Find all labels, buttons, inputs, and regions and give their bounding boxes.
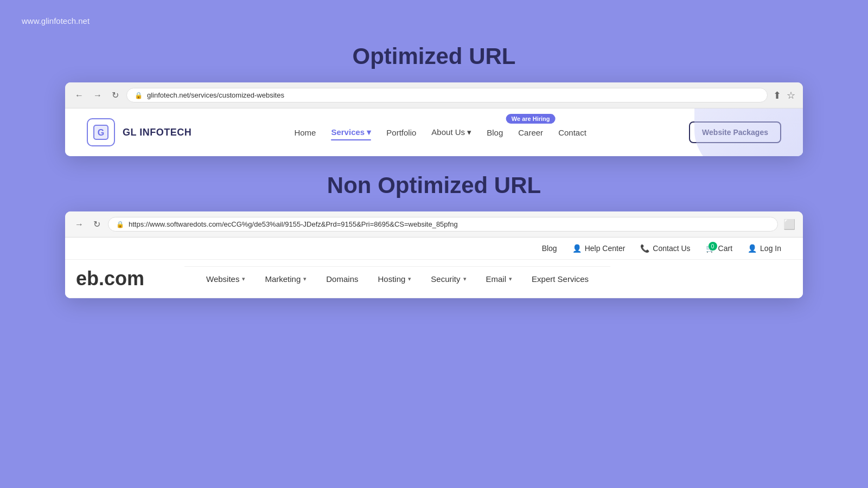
nav-contact[interactable]: Contact — [558, 128, 586, 137]
webcom-logo: eb.com — [76, 260, 184, 298]
webcom-logo-text: eb.com — [76, 267, 144, 290]
gl-logo-icon: G — [87, 118, 115, 146]
we-are-hiring-badge: We are Hiring — [506, 114, 556, 124]
back-button[interactable]: ← — [73, 91, 86, 100]
non-opt-address-bar[interactable]: 🔒 https://www.softwaredots.com/ecCG%g/de… — [108, 217, 778, 232]
gl-infotech-navbar: G GL INFOTECH Home Services ▾ Portfolio … — [65, 108, 803, 156]
nav-services[interactable]: Services ▾ — [331, 127, 371, 137]
email-chevron: ▾ — [509, 275, 512, 282]
non-opt-forward-button[interactable]: → — [73, 220, 86, 229]
webcom-contact-link[interactable]: 📞 Contact Us — [640, 244, 690, 253]
cart-icon: 🛒 0 — [706, 244, 715, 253]
webcom-help-link[interactable]: 👤 Help Center — [572, 244, 626, 253]
nav-portfolio[interactable]: Portfolio — [386, 128, 416, 137]
help-icon: 👤 — [572, 244, 582, 253]
watermark: www.glinfotech.net — [22, 16, 90, 25]
non-optimized-section: Non Optimized URL → ↻ 🔒 https://www.soft… — [65, 172, 803, 298]
optimized-browser-chrome: ← → ↻ 🔒 glinfotech.net/services/customiz… — [65, 82, 803, 108]
reload-button[interactable]: ↻ — [110, 90, 121, 100]
optimized-title: Optimized URL — [353, 43, 516, 69]
marketing-chevron: ▾ — [303, 275, 307, 282]
non-opt-lock-icon: 🔒 — [116, 221, 124, 228]
webcom-login-link[interactable]: 👤 Log In — [748, 244, 781, 253]
optimized-browser-window: ← → ↻ 🔒 glinfotech.net/services/customiz… — [65, 82, 803, 156]
webcom-content: Blog 👤 Help Center 📞 Contact Us 🛒 0 Cart — [65, 237, 803, 298]
share-icon[interactable]: ⬆ — [773, 89, 781, 101]
forward-button[interactable]: → — [91, 91, 104, 100]
bookmark-icon[interactable]: ☆ — [787, 89, 795, 101]
webcom-nav-email[interactable]: Email ▾ — [486, 274, 513, 284]
lock-icon: 🔒 — [135, 92, 143, 99]
hosting-chevron: ▾ — [408, 275, 411, 282]
address-bar[interactable]: 🔒 glinfotech.net/services/customized-web… — [126, 88, 768, 102]
non-opt-url-text: https://www.softwaredots.com/ecCG%g/de53… — [129, 220, 458, 228]
webcom-top-bar: Blog 👤 Help Center 📞 Contact Us 🛒 0 Cart — [65, 237, 803, 260]
non-opt-browser-actions: ⬜ — [783, 219, 795, 230]
career-wrapper: We are Hiring Career — [518, 128, 543, 137]
webcom-nav-security[interactable]: Security ▾ — [431, 274, 466, 284]
webcom-nav-websites[interactable]: Websites ▾ — [206, 274, 245, 284]
phone-icon: 📞 — [640, 244, 649, 253]
svg-text:G: G — [98, 128, 104, 137]
nav-career[interactable]: Career — [518, 128, 543, 137]
nav-blog[interactable]: Blog — [487, 128, 503, 137]
website-packages-button[interactable]: Website Packages — [689, 121, 781, 143]
non-optimized-browser-window: → ↻ 🔒 https://www.softwaredots.com/ecCG%… — [65, 211, 803, 298]
cart-badge-count: 0 — [709, 242, 717, 251]
non-optimized-title: Non Optimized URL — [327, 172, 541, 198]
user-icon: 👤 — [748, 244, 757, 253]
url-text: glinfotech.net/services/customized-websi… — [147, 91, 284, 99]
security-chevron: ▾ — [463, 275, 467, 282]
non-optimized-browser-chrome: → ↻ 🔒 https://www.softwaredots.com/ecCG%… — [65, 211, 803, 237]
browser-actions: ⬆ ☆ — [773, 89, 795, 101]
webcom-nav-expert-services[interactable]: Expert Services — [532, 274, 589, 284]
logo-area: G GL INFOTECH — [87, 118, 192, 146]
webcom-nav-marketing[interactable]: Marketing ▾ — [265, 274, 307, 284]
logo-text: GL INFOTECH — [123, 127, 192, 138]
optimized-section: Optimized URL ← → ↻ 🔒 glinfotech.net/ser… — [65, 43, 803, 156]
webcom-blog-link[interactable]: Blog — [542, 244, 557, 253]
main-nav: Home Services ▾ Portfolio About Us ▾ Blo… — [294, 127, 586, 137]
nav-about[interactable]: About Us ▾ — [431, 127, 471, 137]
webcom-nav-hosting[interactable]: Hosting ▾ — [378, 274, 411, 284]
webcom-nav: Websites ▾ Marketing ▾ Domains Hosting ▾… — [184, 266, 610, 291]
non-opt-window-icon[interactable]: ⬜ — [783, 219, 795, 230]
non-opt-reload-button[interactable]: ↻ — [91, 219, 103, 229]
nav-home[interactable]: Home — [294, 128, 316, 137]
websites-chevron: ▾ — [242, 275, 245, 282]
webcom-nav-domains[interactable]: Domains — [326, 274, 358, 284]
webcom-cart-link[interactable]: 🛒 0 Cart — [706, 244, 732, 253]
